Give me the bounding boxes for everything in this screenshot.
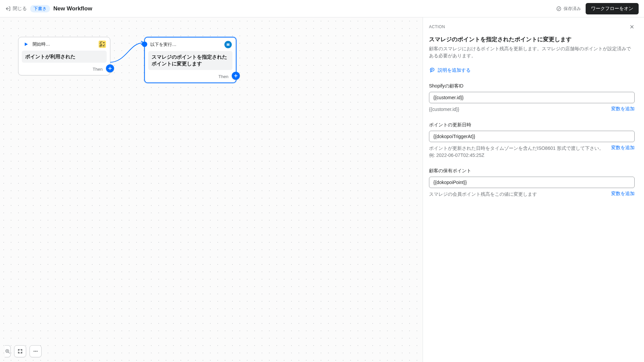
panel-close-button[interactable]	[629, 24, 635, 29]
node-input-port[interactable]	[142, 42, 147, 47]
add-description-button[interactable]: 説明を追加する	[429, 67, 635, 74]
app-badge-smaregi-icon	[224, 41, 232, 48]
action-node[interactable]: 以下を実行… スマレジのポイントを指定されたポイントに変更します Then	[144, 37, 236, 83]
customer-id-input[interactable]	[429, 92, 635, 103]
workflow-canvas[interactable]: 開始時… ど＝ ポイ ポイントが利用された Then 以下を実行…	[0, 17, 423, 362]
check-icon	[556, 6, 561, 11]
panel-section-label: ACTION	[429, 24, 445, 29]
updated-at-input[interactable]	[429, 131, 635, 142]
add-step-button[interactable]	[106, 64, 114, 72]
add-variable-link[interactable]: 変数を追加	[611, 145, 635, 159]
svg-point-0	[557, 7, 561, 11]
chat-icon	[429, 67, 435, 74]
svg-point-4	[34, 351, 35, 352]
svg-rect-2	[227, 45, 229, 46]
svg-rect-1	[227, 44, 229, 44]
field-label-customer-id: Shopifyの顧客ID	[429, 83, 635, 89]
action-node-header: 以下を実行…	[145, 38, 236, 51]
trigger-node[interactable]: 開始時… ど＝ ポイ ポイントが利用された Then	[18, 37, 110, 75]
trigger-then-label: Then	[93, 67, 103, 72]
add-variable-link[interactable]: 変数を追加	[611, 191, 635, 197]
add-description-label: 説明を追加する	[438, 67, 471, 73]
svg-point-5	[35, 351, 36, 352]
field-help-customer-id: {{customer.id}}	[429, 106, 608, 113]
panel-title: スマレジのポイントを指定されたポイントに変更します	[429, 36, 635, 43]
more-options-button[interactable]	[30, 345, 42, 357]
draft-badge: 下書き	[30, 5, 50, 12]
action-then-label: Then	[218, 74, 228, 79]
saved-status: 保存済み	[556, 6, 581, 12]
field-label-points: 顧客の保有ポイント	[429, 168, 635, 174]
activate-workflow-button[interactable]: ワークフローをオン	[586, 3, 639, 14]
close-button[interactable]: 閉じる	[5, 6, 27, 12]
field-help-updated-at: ポイントが更新された日時をタイムゾーンを含んだISO8601 形式で渡して下さい…	[429, 145, 608, 159]
close-label: 閉じる	[13, 6, 27, 12]
app-badge-dokopoi-icon: ど＝ ポイ	[99, 41, 106, 48]
field-label-updated-at: ポイントの更新日時	[429, 122, 635, 128]
trigger-header-label: 開始時…	[33, 41, 50, 47]
field-help-points: スマレジの会員ポイント残高をこの値に変更します	[429, 191, 608, 197]
action-header-label: 以下を実行…	[150, 42, 176, 48]
action-config-panel: ACTION スマレジのポイントを指定されたポイントに変更します 顧客のスマレジ…	[423, 17, 644, 362]
saved-label: 保存済み	[564, 6, 581, 12]
play-icon	[22, 41, 30, 48]
zoom-in-button[interactable]	[5, 345, 11, 357]
trigger-node-body[interactable]: ポイントが利用された	[22, 51, 107, 63]
panel-description: 顧客のスマレジにおけるポイント残高を更新します。スマレジの店舗毎のポイントが設定…	[429, 45, 635, 59]
svg-point-6	[37, 351, 38, 352]
points-input[interactable]	[429, 177, 635, 188]
fit-view-button[interactable]	[14, 345, 26, 357]
workflow-title[interactable]: New Workflow	[53, 5, 92, 12]
action-node-body[interactable]: スマレジのポイントを指定されたポイントに変更します	[148, 51, 232, 70]
add-step-button[interactable]	[232, 72, 240, 80]
exit-icon	[5, 6, 11, 11]
trigger-node-header: 開始時… ど＝ ポイ	[18, 37, 110, 51]
topbar: 閉じる 下書き New Workflow 保存済み ワークフローをオン	[0, 0, 644, 17]
add-variable-link[interactable]: 変数を追加	[611, 106, 635, 113]
